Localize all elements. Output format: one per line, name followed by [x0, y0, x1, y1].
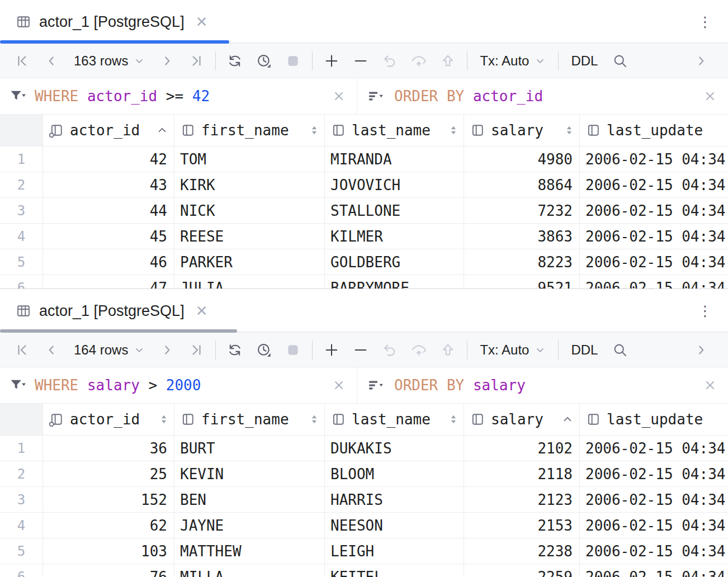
cell-last_name[interactable]: BLOOM	[325, 461, 464, 486]
row-number[interactable]: 3	[0, 487, 43, 512]
filter-funnel-icon[interactable]	[9, 377, 26, 393]
cell-actor_id[interactable]: 42	[43, 146, 174, 172]
clear-filter-icon[interactable]	[332, 89, 346, 103]
row-number[interactable]: 5	[0, 538, 43, 564]
cell-last_name[interactable]: KILMER	[325, 224, 464, 249]
cell-first_name[interactable]: KIRK	[174, 172, 325, 197]
cell-actor_id[interactable]: 45	[43, 224, 174, 249]
cell-last_update[interactable]: 2006-02-15 04:34:3	[580, 146, 728, 172]
column-header-actor_id[interactable]: actor_id	[43, 115, 174, 146]
cell-last_name[interactable]: HARRIS	[325, 487, 464, 512]
sort-toggle-icon[interactable]	[159, 413, 168, 425]
cell-last_name[interactable]: LEIGH	[325, 538, 464, 564]
cell-last_name[interactable]: JOVOVICH	[325, 172, 464, 197]
toolbar-expand-chevron[interactable]	[687, 49, 716, 73]
cell-last_update[interactable]: 2006-02-15 04:34:3	[580, 436, 728, 461]
cell-last_name[interactable]: GOLDBERG	[325, 249, 464, 275]
cell-actor_id[interactable]: 36	[43, 436, 174, 461]
cell-salary[interactable]: 4980	[464, 146, 580, 172]
row-count-dropdown[interactable]: 164 rows	[66, 342, 153, 358]
row-number[interactable]: 2	[0, 461, 43, 486]
cell-actor_id[interactable]: 25	[43, 461, 174, 486]
cell-first_name[interactable]: PARKER	[174, 249, 325, 275]
cell-actor_id[interactable]: 76	[43, 564, 174, 577]
order-by-input[interactable]: ORDER BY salary	[357, 367, 728, 403]
first-page-button[interactable]	[8, 49, 37, 73]
cell-last_update[interactable]: 2006-02-15 04:34:3	[580, 224, 728, 249]
cell-actor_id[interactable]: 47	[43, 275, 174, 288]
sort-toggle-icon[interactable]	[310, 124, 319, 136]
row-count-dropdown[interactable]: 163 rows	[66, 53, 153, 69]
row-number[interactable]: 1	[0, 146, 43, 172]
cell-last_name[interactable]: NEESON	[325, 513, 464, 538]
row-number[interactable]: 2	[0, 172, 43, 197]
cell-last_update[interactable]: 2006-02-15 04:34:3	[580, 198, 728, 223]
cell-salary[interactable]: 9521	[464, 275, 580, 288]
cell-first_name[interactable]: JULIA	[174, 275, 325, 288]
next-page-button[interactable]	[153, 49, 182, 73]
cell-salary[interactable]: 2123	[464, 487, 580, 512]
cell-last_name[interactable]: BARRYMORE	[325, 275, 464, 288]
column-header-last_update[interactable]: last_update	[580, 115, 728, 146]
cell-first_name[interactable]: MILLA	[174, 564, 325, 577]
cell-first_name[interactable]: BEN	[174, 487, 325, 512]
row-number[interactable]: 5	[0, 249, 43, 275]
cell-first_name[interactable]: REESE	[174, 224, 325, 249]
tab-close-icon[interactable]: ✕	[196, 15, 208, 29]
auto-refresh-button[interactable]	[249, 338, 278, 362]
kebab-menu-icon[interactable]: ⋮	[698, 13, 712, 31]
toolbar-expand-chevron[interactable]	[687, 338, 716, 362]
column-header-salary[interactable]: salary	[464, 404, 580, 435]
clear-filter-icon[interactable]	[332, 379, 346, 392]
sort-ascending-icon[interactable]	[561, 413, 574, 425]
cell-actor_id[interactable]: 44	[43, 198, 174, 223]
tab-actor1-postgresql[interactable]: actor_1 [PostgreSQL]✕	[0, 0, 219, 44]
cell-first_name[interactable]: NICK	[174, 198, 325, 223]
row-number[interactable]: 4	[0, 513, 43, 538]
kebab-menu-icon[interactable]: ⋮	[698, 302, 712, 320]
cell-last_update[interactable]: 2006-02-15 04:34:3	[580, 487, 728, 512]
sort-toggle-icon[interactable]	[449, 124, 458, 136]
cell-salary[interactable]: 2238	[464, 538, 580, 564]
cell-actor_id[interactable]: 152	[43, 487, 174, 512]
clear-order-icon[interactable]	[703, 89, 717, 103]
clear-order-icon[interactable]	[703, 379, 717, 392]
cell-salary[interactable]: 2118	[464, 461, 580, 486]
where-filter-input[interactable]: WHERE actor_id >= 42	[0, 78, 357, 114]
cell-actor_id[interactable]: 103	[43, 538, 174, 564]
previous-page-button[interactable]	[37, 49, 66, 73]
last-page-button[interactable]	[182, 49, 211, 73]
cell-salary[interactable]: 8864	[464, 172, 580, 197]
cell-salary[interactable]: 3863	[464, 224, 580, 249]
cell-last_name[interactable]: MIRANDA	[325, 146, 464, 172]
previous-page-button[interactable]	[37, 338, 66, 362]
sort-toggle-icon[interactable]	[449, 413, 458, 425]
first-page-button[interactable]	[8, 338, 37, 362]
column-header-actor_id[interactable]: actor_id	[43, 404, 174, 435]
transaction-mode-dropdown[interactable]: Tx: Auto	[472, 342, 554, 358]
row-number[interactable]: 4	[0, 224, 43, 249]
order-by-input[interactable]: ORDER BY actor_id	[357, 78, 728, 114]
search-button[interactable]	[606, 49, 635, 73]
last-page-button[interactable]	[182, 338, 211, 362]
refresh-button[interactable]	[220, 49, 249, 73]
cell-last_update[interactable]: 2006-02-15 04:34:3	[580, 538, 728, 564]
cell-first_name[interactable]: MATTHEW	[174, 538, 325, 564]
where-filter-input[interactable]: WHERE salary > 2000	[0, 367, 357, 403]
row-number[interactable]: 3	[0, 198, 43, 223]
column-header-last_name[interactable]: last_name	[325, 115, 464, 146]
transaction-mode-dropdown[interactable]: Tx: Auto	[472, 53, 554, 69]
refresh-button[interactable]	[220, 338, 249, 362]
column-header-last_name[interactable]: last_name	[325, 404, 464, 435]
column-header-first_name[interactable]: first_name	[174, 404, 325, 435]
cell-salary[interactable]: 2259	[464, 564, 580, 577]
cell-actor_id[interactable]: 62	[43, 513, 174, 538]
row-number[interactable]: 6	[0, 275, 43, 288]
add-row-button[interactable]	[317, 49, 346, 73]
cell-last_name[interactable]: KEITEL	[325, 564, 464, 577]
cell-salary[interactable]: 8223	[464, 249, 580, 275]
sort-ascending-icon[interactable]	[156, 124, 168, 136]
sort-lines-icon[interactable]	[367, 378, 385, 392]
cell-last_name[interactable]: STALLONE	[325, 198, 464, 223]
auto-refresh-button[interactable]	[249, 49, 278, 73]
